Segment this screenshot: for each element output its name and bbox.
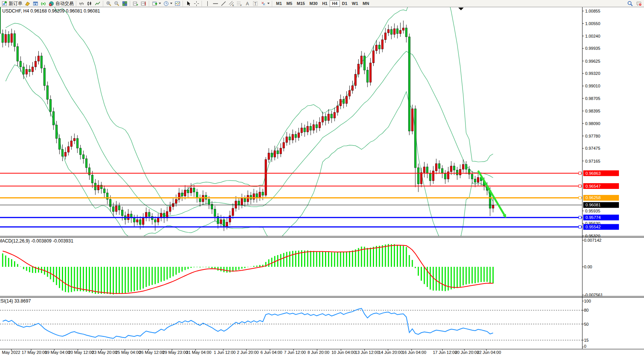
candle-body	[157, 218, 159, 222]
candle-body	[399, 30, 401, 34]
timeframe-m30-button[interactable]: M30	[307, 0, 320, 7]
fibonacci-button[interactable]: F	[235, 0, 243, 7]
candle-body	[58, 138, 60, 149]
line-handle[interactable]	[579, 185, 581, 187]
line-handle[interactable]	[579, 197, 581, 199]
candle-body	[319, 122, 320, 128]
timeframe-h4-button[interactable]: H4	[330, 0, 339, 7]
chart-shift-button[interactable]	[140, 0, 148, 7]
candle-chart-button[interactable]	[86, 0, 94, 7]
price-tick: 0.98705	[585, 96, 600, 101]
toolbar: 新订单自动交易EFAT M1M5M15M30H1H4D1W1MN	[0, 0, 644, 7]
cursor-button[interactable]	[185, 0, 193, 7]
candle-body	[103, 189, 105, 193]
candle-body	[62, 149, 63, 156]
rsi-tick: 15	[584, 338, 589, 342]
line-handle[interactable]	[579, 226, 581, 228]
candle-body	[402, 28, 404, 30]
line-chart-button[interactable]	[94, 0, 102, 7]
candle-body	[229, 216, 231, 222]
templates-button[interactable]	[174, 0, 182, 7]
timeframe-w1-button[interactable]: W1	[350, 0, 361, 7]
price-line-label: 0.96258	[586, 195, 601, 200]
candle-body	[142, 218, 144, 225]
candle-body	[223, 220, 225, 226]
price-line-label: 0.95774	[586, 215, 601, 220]
candle-body	[471, 174, 473, 179]
new-order-button[interactable]: 新订单	[1, 0, 24, 7]
candle-body	[226, 222, 228, 226]
zoom-in-button[interactable]	[105, 0, 113, 7]
candle-body	[71, 141, 73, 147]
candle-body	[35, 61, 36, 67]
autoscroll-icon	[133, 1, 139, 6]
vertical-line-button[interactable]	[204, 0, 212, 7]
bar-chart-button[interactable]	[78, 0, 86, 7]
autotrading-button[interactable]: 自动交易	[47, 0, 75, 7]
timeframe-m15-button[interactable]: M15	[295, 0, 307, 7]
alerts-button[interactable]	[39, 0, 47, 7]
autotrade-ball-icon	[49, 1, 54, 6]
candle-body	[417, 168, 419, 184]
candle-body	[38, 56, 39, 61]
text-button[interactable]: A	[243, 0, 251, 7]
candle-body	[52, 112, 54, 125]
candle-body	[343, 100, 344, 104]
candle-body	[268, 153, 270, 160]
trendline-icon	[221, 1, 226, 6]
timeframe-mn-button[interactable]: MN	[360, 0, 371, 7]
crosshair-button[interactable]	[193, 0, 200, 7]
time-tick: 17 Jun 12:00	[433, 350, 457, 355]
candle-body	[301, 128, 303, 133]
arrows-button[interactable]	[259, 0, 271, 7]
rsi-axis: 1008050150	[582, 299, 591, 349]
zoom-out-button[interactable]	[113, 0, 121, 7]
periods-button[interactable]	[162, 0, 174, 7]
candle-body	[382, 40, 384, 49]
chart-area[interactable]: 1.008551.005501.002400.999350.996250.993…	[0, 7, 644, 355]
candle-body	[253, 194, 255, 200]
candle-body	[355, 74, 357, 86]
candle-body	[181, 193, 183, 196]
candle-body	[465, 165, 467, 170]
trendline-button[interactable]	[219, 0, 227, 7]
line-handle[interactable]	[579, 216, 581, 219]
market-watch-button[interactable]	[24, 0, 32, 7]
search-icon[interactable]	[627, 1, 633, 6]
svg-text:E: E	[232, 4, 234, 6]
main-chart[interactable]: 1.008551.005501.002400.999350.996250.993…	[0, 7, 644, 355]
timeframe-h1-button[interactable]: H1	[320, 0, 330, 7]
candle-body	[477, 178, 479, 182]
candle-body	[432, 171, 434, 181]
notifications-icon[interactable]	[636, 1, 642, 6]
price-tick: 0.95935	[585, 209, 600, 213]
candle-body	[247, 195, 249, 202]
price-tick: 0.97780	[585, 134, 600, 138]
time-tick: 19 May 04:00	[45, 350, 70, 355]
candle-body	[450, 166, 452, 172]
tile-windows-button[interactable]	[121, 0, 129, 7]
candle-body	[106, 193, 108, 199]
new-chart-icon	[152, 1, 158, 6]
rsi-tick: 100	[584, 299, 591, 303]
line-handle[interactable]	[579, 172, 581, 174]
candle-body	[190, 188, 192, 193]
data-window-button[interactable]	[32, 0, 39, 7]
candle-body	[349, 90, 350, 96]
candle-body	[241, 198, 243, 205]
text-label-button[interactable]: T	[251, 0, 259, 7]
new-chart-button[interactable]	[151, 0, 162, 7]
horizontal-line-button[interactable]	[212, 0, 219, 7]
timeframe-m1-button[interactable]: M1	[274, 0, 284, 7]
rsi-tick: 0	[584, 344, 586, 349]
time-tick: 25 May 04:00	[115, 350, 141, 355]
candle-body	[127, 214, 129, 220]
trend-arrow[interactable]	[478, 171, 504, 215]
candle-body	[244, 198, 246, 202]
auto-scroll-button[interactable]	[132, 0, 140, 7]
price-tick: 1.00240	[585, 34, 600, 38]
timeframe-d1-button[interactable]: D1	[340, 0, 350, 7]
equidistant-channel-button[interactable]: E	[227, 0, 235, 7]
timeframe-m5-button[interactable]: M5	[284, 0, 294, 7]
candle-body	[259, 192, 261, 198]
